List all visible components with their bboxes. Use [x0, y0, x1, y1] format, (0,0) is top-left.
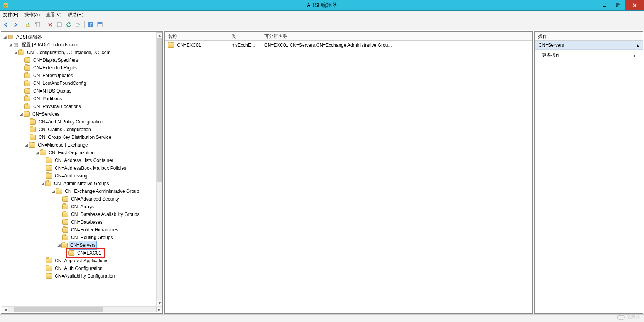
scroll-up-icon[interactable]: ▲: [157, 32, 162, 39]
folder-icon: [46, 266, 52, 271]
folder-icon: [30, 127, 36, 132]
tree-configuration[interactable]: CN=Configuration,DC=rrclouds,DC=com: [26, 49, 112, 56]
forward-icon[interactable]: [12, 21, 19, 29]
naming-context-icon: [13, 42, 19, 48]
tree-node[interactable]: CN=Databases: [70, 218, 104, 226]
tree-node[interactable]: CN=Extended-Rights: [32, 64, 78, 72]
close-button[interactable]: [625, 0, 644, 10]
tree-node[interactable]: CN=LostAndFoundConfig: [32, 79, 87, 87]
folder-icon: [62, 227, 68, 233]
tree-node[interactable]: CN=Folder Hierarchies: [70, 226, 119, 234]
tree-node[interactable]: CN=Routing Groups: [70, 234, 114, 241]
tree-node[interactable]: CN=Claims Configuration: [37, 126, 92, 133]
tree-node[interactable]: CN=Administrative Groups: [53, 180, 110, 187]
window-title: ADSI 编辑器: [307, 2, 337, 9]
tree-node[interactable]: CN=Database Availability Groups: [70, 211, 141, 218]
tree-node[interactable]: CN=DisplaySpecifiers: [32, 56, 79, 64]
menu-help[interactable]: 帮助(H): [68, 12, 83, 18]
app-icon: [2, 2, 9, 9]
actions-section[interactable]: CN=Servers ▴: [535, 41, 643, 50]
highlight-box: CN=EXC01: [66, 248, 105, 258]
collapse-icon[interactable]: ▴: [637, 42, 639, 48]
back-icon[interactable]: [2, 21, 10, 29]
svg-rect-2: [616, 4, 619, 7]
folder-icon: [62, 219, 68, 225]
scroll-left-icon[interactable]: ◀: [2, 307, 8, 312]
minimize-button[interactable]: [597, 0, 611, 10]
expand-toggle[interactable]: ◢: [57, 241, 61, 249]
cell-dn: CN=EXC01,CN=Servers,CN=Exchange Administ…: [261, 42, 532, 49]
folder-icon: [18, 50, 24, 55]
vertical-scrollbar[interactable]: ▲ ▼: [156, 32, 162, 306]
tree-node[interactable]: CN=Physical Locations: [32, 103, 82, 110]
export-icon[interactable]: [74, 21, 82, 29]
details-icon[interactable]: [96, 21, 104, 29]
list-row[interactable]: CN=EXC01 msExchE... CN=EXC01,CN=Servers,…: [165, 41, 532, 49]
tree-node[interactable]: CN=Microsoft Exchange: [37, 141, 89, 149]
tree-node[interactable]: CN=First Organization: [47, 149, 96, 157]
tree-node-exc01[interactable]: CN=EXC01: [76, 249, 102, 257]
tree-node[interactable]: CN=AddressBook Mailbox Policies: [54, 164, 127, 172]
svg-text:?: ?: [89, 22, 92, 27]
toolbar: ?: [0, 19, 644, 30]
svg-rect-19: [98, 22, 102, 24]
tree-node[interactable]: CN=Exchange Administrative Group: [64, 187, 140, 195]
menu-file[interactable]: 文件(F): [3, 12, 18, 18]
folder-icon: [62, 196, 68, 202]
delete-icon[interactable]: [46, 21, 54, 29]
folder-icon: [30, 119, 36, 125]
folder-icon: [62, 235, 68, 240]
menubar: 文件(F) 操作(A) 查看(V) 帮助(H): [0, 11, 644, 19]
tree-node[interactable]: CN=ForestUpdates: [32, 72, 74, 79]
scroll-right-icon[interactable]: ▶: [156, 307, 162, 312]
tree-node[interactable]: CN=Approval Applications: [54, 257, 110, 265]
folder-icon: [168, 42, 174, 48]
expand-toggle[interactable]: ◢: [41, 180, 45, 187]
folder-icon: [46, 173, 52, 179]
refresh-icon[interactable]: [65, 21, 73, 29]
menu-view[interactable]: 查看(V): [46, 12, 61, 18]
show-tree-icon[interactable]: [34, 21, 41, 29]
tree-node[interactable]: CN=NTDS Quotas: [32, 87, 73, 95]
tree-node[interactable]: CN=AuthN Policy Configuration: [37, 118, 105, 126]
tree-node[interactable]: CN=Addressing: [54, 172, 88, 180]
folder-icon: [24, 88, 30, 94]
tree-node[interactable]: CN=Auth Configuration: [54, 265, 104, 272]
actions-more-label: 更多操作: [542, 52, 560, 59]
expand-toggle[interactable]: ◢: [35, 149, 40, 157]
tree-node[interactable]: CN=Advanced Security: [70, 195, 120, 203]
expand-toggle[interactable]: ◢: [19, 110, 24, 118]
list-pane: 名称 类 可分辨名称 CN=EXC01 msExchE... CN=EXC01,…: [164, 31, 533, 314]
maximize-button[interactable]: [611, 0, 625, 10]
col-class[interactable]: 类: [228, 32, 261, 40]
tree-node[interactable]: CN=Address Lists Container: [54, 157, 115, 164]
col-name[interactable]: 名称: [165, 32, 228, 40]
tree-node[interactable]: CN=Partitions: [32, 95, 63, 103]
horizontal-scrollbar[interactable]: ◀ ▶: [2, 306, 162, 312]
menu-action[interactable]: 操作(A): [24, 12, 40, 18]
expand-toggle[interactable]: ◢: [24, 141, 29, 149]
expand-toggle[interactable]: ◢: [14, 49, 18, 56]
expand-toggle[interactable]: ◢: [3, 33, 7, 41]
tree-node[interactable]: CN=Group Key Distribution Service: [37, 133, 112, 141]
tree-view[interactable]: ◢ADSI 编辑器 ◢配置 [BJAD01.rrclouds.com] ◢CN=…: [2, 32, 162, 281]
folder-icon: [40, 150, 46, 155]
tree-node[interactable]: CN=Arrays: [70, 203, 95, 211]
expand-toggle[interactable]: ◢: [8, 41, 13, 49]
up-icon[interactable]: [24, 21, 32, 29]
tree-node[interactable]: CN=Services: [31, 110, 61, 118]
list-body[interactable]: CN=EXC01 msExchE... CN=EXC01,CN=Servers,…: [165, 41, 532, 313]
svg-rect-15: [76, 23, 79, 27]
separator-icon: [44, 21, 44, 28]
tree-node[interactable]: CN=Availability Configuration: [54, 272, 116, 280]
svg-rect-9: [35, 23, 36, 24]
tree-config[interactable]: 配置 [BJAD01.rrclouds.com]: [20, 41, 81, 49]
actions-more[interactable]: 更多操作 ▸: [535, 50, 643, 61]
scroll-down-icon[interactable]: ▼: [157, 300, 162, 306]
expand-toggle[interactable]: ◢: [51, 187, 56, 195]
titlebar: ADSI 编辑器: [0, 0, 644, 11]
tree-root[interactable]: ADSI 编辑器: [15, 33, 43, 41]
help-icon[interactable]: ?: [87, 21, 95, 29]
properties-icon[interactable]: [56, 21, 63, 29]
col-dn[interactable]: 可分辨名称: [261, 32, 532, 40]
